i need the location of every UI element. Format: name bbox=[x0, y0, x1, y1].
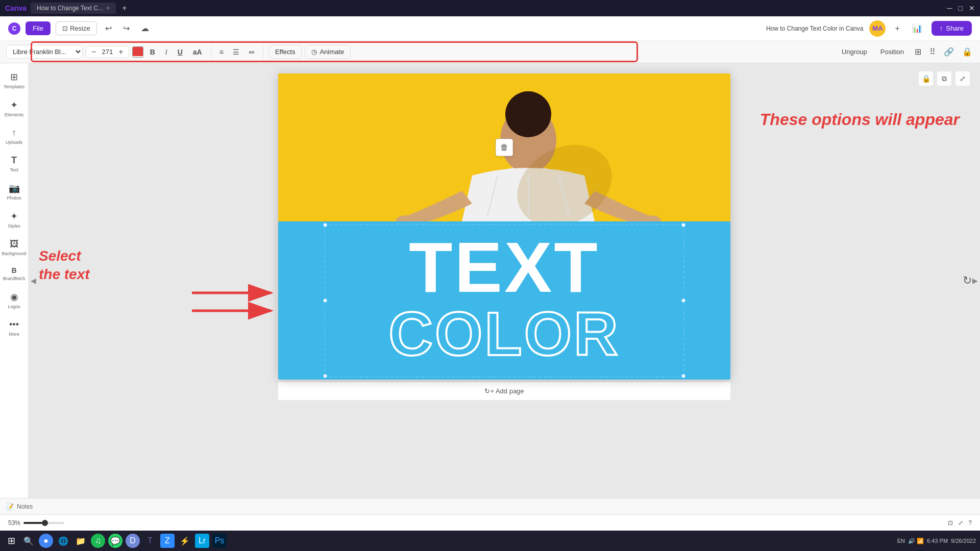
resize-button[interactable]: ⊡ Resize bbox=[56, 21, 97, 35]
toolbar-separator-2 bbox=[263, 46, 263, 58]
search-taskbar-button[interactable]: 🔍 bbox=[21, 534, 36, 548]
zoom-icon[interactable]: Z bbox=[160, 534, 175, 548]
help-icon[interactable]: ? bbox=[968, 519, 972, 527]
font-family-select[interactable]: Libre Franklin Bl... bbox=[6, 45, 83, 59]
animate-button[interactable]: ◷ Animate bbox=[305, 45, 351, 59]
sidebar-item-brandfetch[interactable]: B Brandfetch bbox=[2, 262, 27, 285]
canvas-expand-icon[interactable]: ⤢ bbox=[955, 71, 970, 86]
sidebar-item-uploads[interactable]: ↑ Uploads bbox=[2, 123, 27, 149]
grid-icon[interactable]: ⊞ bbox=[913, 45, 923, 58]
window-controls: ─ □ ✕ bbox=[947, 4, 975, 12]
canvas-rotate-handle[interactable]: ↻ bbox=[963, 274, 972, 287]
delete-icon-overlay[interactable]: 🗑 bbox=[496, 139, 513, 156]
position-button[interactable]: Position bbox=[876, 46, 908, 58]
sidebar-item-more[interactable]: ••• More bbox=[2, 315, 27, 341]
italic-button[interactable]: I bbox=[162, 46, 171, 58]
list-button[interactable]: ☰ bbox=[230, 46, 242, 58]
canvas-copy-icon[interactable]: ⧉ bbox=[937, 71, 951, 86]
photoshop-icon[interactable]: Ps bbox=[212, 534, 227, 548]
case-button[interactable]: aA bbox=[189, 46, 206, 58]
align-button[interactable]: ≡ bbox=[216, 46, 227, 58]
sidebar-item-logos[interactable]: ◉ Logos bbox=[2, 287, 27, 313]
redo-button[interactable]: ↪ bbox=[120, 21, 133, 35]
add-page-label: + Add page bbox=[490, 387, 524, 395]
spacing-button[interactable]: ⇔ bbox=[246, 46, 258, 58]
main-layout: ⊞ Templates ✦ Elements ↑ Uploads T Text … bbox=[0, 63, 980, 498]
dots-icon[interactable]: ⠿ bbox=[928, 45, 937, 58]
add-collaborator-button[interactable]: + bbox=[892, 22, 902, 35]
animate-icon: ◷ bbox=[311, 48, 317, 56]
file-menu-button[interactable]: File bbox=[26, 21, 51, 35]
analytics-icon-button[interactable]: 📊 bbox=[909, 21, 925, 35]
canva-logo-text: Canva bbox=[5, 4, 27, 12]
notes-label[interactable]: Notes bbox=[17, 503, 33, 510]
elements-icon: ✦ bbox=[10, 99, 18, 111]
share-button[interactable]: ↑ Share bbox=[932, 21, 972, 36]
logos-icon: ◉ bbox=[10, 291, 18, 303]
add-page-button[interactable]: ↻ + Add page bbox=[278, 382, 730, 400]
decrease-font-size-button[interactable]: − bbox=[89, 47, 98, 57]
spotify-icon[interactable]: ♫ bbox=[91, 534, 105, 548]
lock-icon[interactable]: 🔒 bbox=[961, 45, 974, 58]
status-bar: 53% ⊡ ⤢ ? bbox=[0, 514, 980, 531]
increase-font-size-button[interactable]: + bbox=[116, 47, 125, 57]
add-tab-button[interactable]: + bbox=[122, 4, 127, 13]
zoom-control[interactable]: 53% bbox=[8, 519, 64, 527]
canvas-bottom-section[interactable]: TEXT COLOR bbox=[278, 221, 730, 380]
undo-button[interactable]: ↩ bbox=[102, 21, 115, 35]
main-canvas[interactable]: 🗑 TEXT COLOR bbox=[278, 73, 730, 380]
close-icon[interactable]: ✕ bbox=[969, 4, 975, 12]
bold-button[interactable]: B bbox=[146, 46, 159, 58]
zoom-slider-thumb[interactable] bbox=[42, 520, 48, 526]
active-tab[interactable]: How to Change Text C... × bbox=[31, 3, 116, 14]
sidebar-item-templates[interactable]: ⊞ Templates bbox=[2, 67, 27, 93]
whatsapp-icon[interactable]: 💬 bbox=[108, 534, 122, 548]
underline-button[interactable]: U bbox=[174, 46, 186, 58]
scroll-left-icon[interactable]: ◀ bbox=[31, 277, 36, 285]
font-size-control: − 271 + bbox=[86, 46, 129, 58]
handle-bottom-left[interactable] bbox=[323, 373, 328, 379]
tab-title: How to Change Text C... bbox=[37, 5, 103, 12]
handle-bottom-right[interactable] bbox=[681, 373, 686, 379]
user-avatar[interactable]: MA bbox=[869, 20, 886, 37]
canvas-top-section: 🗑 bbox=[278, 73, 730, 221]
windows-start-button[interactable]: ⊞ bbox=[4, 534, 18, 548]
canvas-text-line1[interactable]: TEXT bbox=[278, 221, 730, 303]
save-cloud-button[interactable]: ☁ bbox=[138, 21, 152, 35]
lightroom-icon[interactable]: Lr bbox=[195, 534, 209, 548]
fullscreen-icon[interactable]: ⤢ bbox=[958, 519, 963, 527]
project-title: How to Change Text Color in Canva bbox=[766, 25, 864, 32]
zoom-slider-track[interactable] bbox=[23, 522, 64, 524]
edge-icon[interactable]: 🌐 bbox=[56, 534, 70, 548]
link-icon[interactable]: 🔗 bbox=[942, 45, 955, 58]
file-explorer-icon[interactable]: 📁 bbox=[74, 534, 88, 548]
right-panel-icon-group: ⊞ ⠿ 🔗 🔒 bbox=[913, 45, 974, 58]
uploads-label: Uploads bbox=[6, 140, 22, 145]
windows-taskbar: ⊞ 🔍 ● 🌐 📁 ♫ 💬 D T Z ⚡ Lr Ps EN 🔊 📶 6:43 … bbox=[0, 531, 980, 551]
canvas-text-line2[interactable]: COLOR bbox=[278, 303, 730, 364]
sidebar-item-styles[interactable]: ✦ Styles bbox=[2, 207, 27, 233]
minimize-icon[interactable]: ─ bbox=[947, 4, 952, 12]
page-view-icon[interactable]: ⊡ bbox=[948, 519, 953, 527]
chrome-icon[interactable]: ● bbox=[39, 534, 53, 548]
text-color-picker[interactable] bbox=[132, 46, 143, 58]
canva-home-icon[interactable]: C bbox=[8, 22, 20, 35]
photos-icon: 📷 bbox=[9, 183, 20, 194]
canvas-lock-icon[interactable]: 🔒 bbox=[919, 71, 933, 86]
text-icon: T bbox=[11, 155, 17, 166]
notes-bar: 📝 Notes bbox=[0, 498, 980, 514]
ungroup-button[interactable]: Ungroup bbox=[838, 46, 871, 58]
teams-icon[interactable]: T bbox=[143, 534, 157, 548]
background-label: Background bbox=[2, 251, 26, 256]
torrent-icon[interactable]: ⚡ bbox=[178, 534, 192, 548]
notes-icon: 📝 bbox=[6, 503, 14, 510]
sidebar-item-text[interactable]: T Text bbox=[2, 151, 27, 177]
scroll-right-icon[interactable]: ▶ bbox=[972, 277, 978, 285]
discord-icon[interactable]: D bbox=[126, 534, 140, 548]
effects-button[interactable]: Effects bbox=[268, 45, 302, 59]
maximize-icon[interactable]: □ bbox=[959, 4, 963, 12]
sidebar-item-background[interactable]: 🖼 Background bbox=[2, 235, 27, 260]
sidebar-item-elements[interactable]: ✦ Elements bbox=[2, 95, 27, 121]
sidebar-item-photos[interactable]: 📷 Photos bbox=[2, 179, 27, 205]
close-tab-icon[interactable]: × bbox=[106, 5, 110, 12]
